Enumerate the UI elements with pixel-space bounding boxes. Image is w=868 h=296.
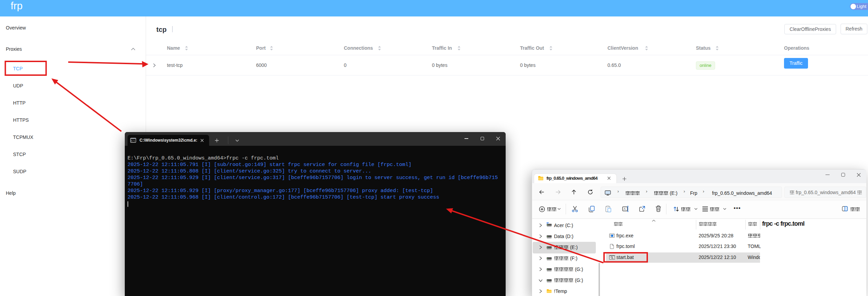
- svg-text:A: A: [624, 207, 626, 211]
- svg-text:C:\: C:\: [131, 140, 135, 142]
